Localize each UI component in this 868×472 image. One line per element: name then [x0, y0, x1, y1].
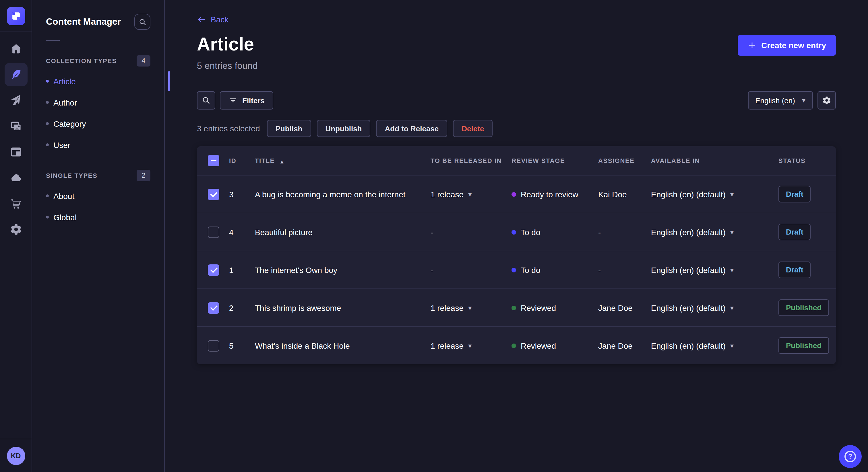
cell-assignee: -	[598, 265, 651, 274]
sidebar-item-author[interactable]: Author	[40, 92, 156, 113]
single-types-list: About Global	[46, 185, 150, 228]
back-link[interactable]: Back	[197, 15, 228, 24]
locale-caret-icon[interactable]	[730, 266, 734, 273]
bullet-icon	[46, 101, 49, 104]
create-new-entry-button[interactable]: Create new entry	[738, 35, 836, 56]
status-badge: Published	[778, 337, 829, 354]
sidebar-item-label: Article	[53, 76, 76, 86]
sidebar-item-category[interactable]: Category	[40, 113, 156, 134]
plus-icon	[747, 41, 756, 50]
sidebar-item-global[interactable]: Global	[40, 206, 156, 228]
help-button[interactable]	[839, 445, 862, 468]
single-types-count-badge: 2	[136, 170, 150, 181]
column-header-title[interactable]: TITLE	[255, 157, 275, 164]
select-all-checkbox[interactable]	[208, 155, 219, 166]
cell-released-in: -	[431, 227, 433, 237]
sidebar-title: Content Manager	[46, 16, 121, 27]
create-new-entry-label: Create new entry	[761, 41, 826, 50]
cell-id: 2	[229, 303, 255, 312]
layout-icon	[9, 146, 22, 158]
table-row[interactable]: 5 What's inside a Black Hole 1 release R…	[197, 326, 836, 364]
status-badge: Draft	[778, 262, 811, 278]
sidebar-item-label: User	[53, 140, 70, 149]
table-row[interactable]: 2 This shrimp is awesome 1 release Revie…	[197, 289, 836, 326]
sidebar-item-label: Global	[53, 212, 76, 222]
row-checkbox[interactable]	[208, 340, 219, 351]
sort-ascending-icon[interactable]	[279, 156, 284, 165]
cell-available-in: English (en) (default)	[651, 303, 725, 312]
collection-types-count-badge: 4	[136, 55, 150, 67]
locale-caret-icon[interactable]	[730, 229, 734, 235]
table-row[interactable]: 4 Beautiful picture - To do - English (e…	[197, 213, 836, 250]
bullet-icon	[46, 80, 49, 82]
table-row[interactable]: 3 A bug is becoming a meme on the intern…	[197, 175, 836, 213]
sidebar-search-button[interactable]	[134, 14, 150, 30]
column-header-id[interactable]: ID	[229, 157, 255, 164]
locale-caret-icon[interactable]	[730, 342, 734, 349]
column-header-available-in[interactable]: AVAILABLE IN	[651, 157, 778, 164]
cell-assignee: Kai Doe	[598, 190, 651, 199]
release-caret-icon[interactable]	[468, 191, 472, 198]
gear-icon	[822, 96, 831, 105]
column-header-assignee[interactable]: ASSIGNEE	[598, 157, 651, 164]
cell-review-stage: Reviewed	[521, 341, 556, 350]
cell-released-in: 1 release	[431, 303, 464, 312]
filters-button[interactable]: Filters	[220, 91, 273, 109]
list-toolbar: Filters English (en)	[197, 91, 836, 109]
content-manager-sidebar: Content Manager COLLECTION TYPES 4 Artic…	[32, 0, 165, 472]
table-row[interactable]: 1 The internet's Own boy - To do - Engli…	[197, 250, 836, 289]
sidebar-item-article[interactable]: Article	[40, 71, 156, 92]
rail-bottom-divider	[0, 439, 32, 439]
table-header-row: ID TITLE TO BE RELEASED IN REVIEW STAGE …	[197, 146, 836, 175]
nav-media-library-button[interactable]	[4, 115, 27, 138]
status-badge: Draft	[778, 224, 811, 240]
nav-settings-button[interactable]	[4, 218, 27, 241]
cell-released-in: 1 release	[431, 341, 464, 350]
locale-caret-icon[interactable]	[730, 304, 734, 311]
nav-content-manager-button[interactable]	[4, 63, 27, 86]
row-checkbox[interactable]	[208, 189, 219, 200]
locale-caret-icon[interactable]	[730, 191, 734, 198]
search-button[interactable]	[197, 91, 215, 109]
user-avatar[interactable]: KD	[7, 447, 25, 465]
delete-button[interactable]: Delete	[453, 120, 493, 137]
row-checkbox[interactable]	[208, 264, 219, 276]
unpublish-button[interactable]: Unpublish	[317, 120, 370, 137]
cell-available-in: English (en) (default)	[651, 265, 725, 274]
column-header-review-stage[interactable]: REVIEW STAGE	[512, 157, 598, 164]
locale-select[interactable]: English (en)	[748, 91, 813, 109]
sidebar-item-about[interactable]: About	[40, 185, 156, 206]
row-checkbox[interactable]	[208, 302, 219, 313]
add-to-release-button[interactable]: Add to Release	[376, 120, 447, 137]
review-stage-dot	[512, 230, 516, 234]
view-settings-button[interactable]	[817, 91, 836, 109]
release-caret-icon[interactable]	[468, 304, 472, 311]
sidebar-item-user[interactable]: User	[40, 134, 156, 156]
strapi-logo-icon	[9, 10, 22, 22]
cell-id: 1	[229, 265, 255, 274]
rail-divider	[0, 32, 32, 32]
nav-cloud-button[interactable]	[4, 166, 27, 189]
row-checkbox[interactable]	[208, 226, 219, 238]
cloud-icon	[9, 171, 22, 184]
sidebar-item-label: Author	[53, 98, 77, 107]
column-header-status[interactable]: STATUS	[778, 157, 835, 164]
nav-home-button[interactable]	[4, 37, 27, 60]
cell-review-stage: Ready to review	[521, 190, 578, 199]
bullet-icon	[46, 122, 49, 125]
review-stage-dot	[512, 192, 516, 196]
cell-available-in: English (en) (default)	[651, 341, 725, 350]
strapi-logo[interactable]	[7, 7, 25, 25]
nav-marketplace-button[interactable]	[4, 192, 27, 215]
cart-icon	[9, 197, 22, 210]
publish-button[interactable]: Publish	[267, 120, 311, 137]
release-caret-icon[interactable]	[468, 342, 472, 349]
status-badge: Draft	[778, 186, 811, 202]
nav-content-type-builder-button[interactable]	[4, 140, 27, 164]
cell-review-stage: Reviewed	[521, 303, 556, 312]
nav-deploy-button[interactable]	[4, 89, 27, 112]
cell-assignee: -	[598, 227, 651, 237]
column-header-to-be-released-in[interactable]: TO BE RELEASED IN	[431, 157, 512, 164]
cell-assignee: Jane Doe	[598, 341, 651, 350]
feather-icon	[9, 68, 22, 81]
